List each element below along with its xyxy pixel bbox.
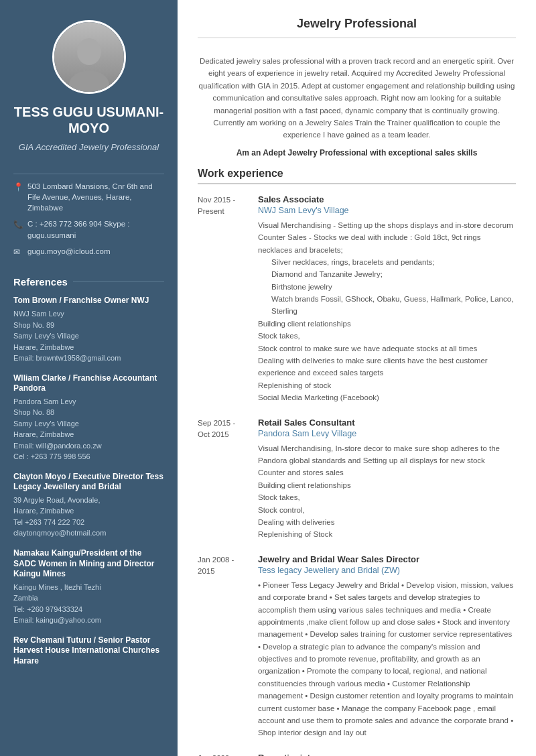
ref-detail: Shop No. 88: [13, 407, 164, 418]
work-desc: Visual Merchandising - Setting up the sh…: [258, 219, 516, 404]
work-entry: Jan 2008 -2015Jewelry and Bridal Wear Sa…: [198, 554, 516, 739]
avatar: [52, 20, 126, 94]
ref-detail: Harare, Zimbabwe: [13, 505, 164, 517]
ref-detail: Harare, Zimbabwe: [13, 429, 164, 440]
work-content: Retail Sales ConsultantPandora Sam Levy …: [258, 418, 516, 541]
main-content: Jewelry Professional Dedicated jewelry s…: [178, 0, 536, 756]
work-job-title: Retail Sales Consultant: [258, 418, 516, 428]
ref-detail: Harare, Zimbabwe: [13, 342, 164, 353]
ref-name: Clayton Moyo / Executive Director Tess L…: [13, 472, 164, 493]
candidate-name: TESS GUGU USUMANI-MOYO: [13, 104, 164, 136]
contact-address: 📍 503 Lombard Mansions, Cnr 6th and Fife…: [13, 181, 164, 213]
work-date: Nov 2015 -Present: [198, 194, 258, 404]
references-section: References Tom Brown / Franchise Owner N…: [13, 276, 164, 676]
ref-detail: Email: browntw1958@gmail.com: [13, 353, 164, 364]
ref-name: Wlliam Clarke / Franchise Accountant Pan…: [13, 373, 164, 394]
location-icon: 📍: [13, 182, 23, 193]
ref-name: Namakau Kaingu/President of the SADC Wom…: [13, 548, 164, 580]
work-company: Pandora Sam Levy Village: [258, 429, 516, 438]
work-job-title: Receptionist: [258, 753, 516, 756]
sidebar: TESS GUGU USUMANI-MOYO GIA Accredited Je…: [0, 0, 178, 756]
ref-detail: NWJ Sam Levy: [13, 308, 164, 320]
ref-detail: Pandora Sam Levy: [13, 396, 164, 407]
work-company: NWJ Sam Levy's Village: [258, 206, 516, 215]
reference-item: Namakau Kaingu/President of the SADC Wom…: [13, 548, 164, 626]
references-list: Tom Brown / Franchise Owner NWJNWJ Sam L…: [13, 296, 164, 666]
work-entry: Sep 2015 -Oct 2015Retail Sales Consultan…: [198, 418, 516, 541]
reference-item: Clayton Moyo / Executive Director Tess L…: [13, 472, 164, 539]
ref-detail: Tel: +260 979433324: [13, 604, 164, 615]
ref-detail: Zambia: [13, 592, 164, 604]
summary-text: Dedicated jewelry sales professional wit…: [198, 55, 516, 141]
phone-icon: 📞: [13, 219, 23, 231]
ref-detail: 39 Argyle Road, Avondale,: [13, 495, 164, 506]
contact-phone: 📞 C : +263 772 366 904 Skype : gugu.usum…: [13, 218, 164, 240]
work-content: ReceptionistDelward engeneering t/a Zeco…: [258, 753, 516, 756]
profession-title: Jewelry Professional: [198, 17, 516, 31]
reference-item: Wlliam Clarke / Franchise Accountant Pan…: [13, 373, 164, 462]
work-desc: Visual Merchandising, In-store decor to …: [258, 442, 516, 541]
ref-name: Tom Brown / Franchise Owner NWJ: [13, 296, 164, 306]
references-title: References: [13, 276, 68, 288]
ref-detail: Email: will@pandora.co.zw: [13, 440, 164, 452]
references-header: References: [13, 276, 164, 288]
work-job-title: Sales Associate: [258, 194, 516, 204]
work-entry: Nov 2015 -PresentSales AssociateNWJ Sam …: [198, 194, 516, 404]
work-date: Jan 2008 -2015: [198, 554, 258, 739]
work-date: Jan 2009 -Sep 2011: [198, 753, 258, 756]
ref-detail: Samy Levy's Village: [13, 418, 164, 430]
ref-detail: Cel : +263 775 998 556: [13, 451, 164, 462]
work-job-title: Jewelry and Bridal Wear Sales Director: [258, 554, 516, 564]
ref-name: Rev Chemani Tuturu / Senior Pastor Harve…: [13, 635, 164, 667]
ref-detail: claytonqmoyo@hotmail.com: [13, 527, 164, 539]
svg-point-0: [77, 38, 101, 65]
summary-bold: Am an Adept Jewelry Professional with ex…: [198, 148, 516, 158]
email-icon: ✉: [13, 247, 23, 258]
ref-detail: Shop No. 89: [13, 320, 164, 331]
ref-detail: Tel +263 774 222 702: [13, 517, 164, 528]
work-entry: Jan 2009 -Sep 2011ReceptionistDelward en…: [198, 753, 516, 756]
candidate-title: GIA Accredited Jewelry Professional: [19, 141, 159, 153]
reference-item: Rev Chemani Tuturu / Senior Pastor Harve…: [13, 635, 164, 667]
references-line: [73, 281, 164, 282]
work-content: Sales AssociateNWJ Sam Levy's VillageVis…: [258, 194, 516, 404]
work-desc: • Pioneer Tess Legacy Jewelry and Bridal…: [258, 579, 516, 739]
svg-point-1: [69, 70, 109, 92]
work-experience-header: Work experience: [198, 168, 516, 184]
ref-detail: Email: kaingu@yahoo.com: [13, 615, 164, 626]
sidebar-divider-1: [13, 174, 164, 174]
contact-email: ✉ gugu.moyo@icloud.com: [13, 246, 164, 258]
work-date: Sep 2015 -Oct 2015: [198, 418, 258, 541]
reference-item: Tom Brown / Franchise Owner NWJNWJ Sam L…: [13, 296, 164, 363]
ref-detail: Kaingu Mines , Itezhi Tezhi: [13, 582, 164, 593]
work-list: Nov 2015 -PresentSales AssociateNWJ Sam …: [198, 194, 516, 756]
main-header: Jewelry Professional: [198, 17, 516, 45]
ref-detail: Samy Levy's Village: [13, 330, 164, 342]
work-company: Tess legacy Jewellery and Bridal (ZW): [258, 566, 516, 575]
work-content: Jewelry and Bridal Wear Sales DirectorTe…: [258, 554, 516, 739]
contact-section: 📍 503 Lombard Mansions, Cnr 6th and Fife…: [13, 181, 164, 263]
